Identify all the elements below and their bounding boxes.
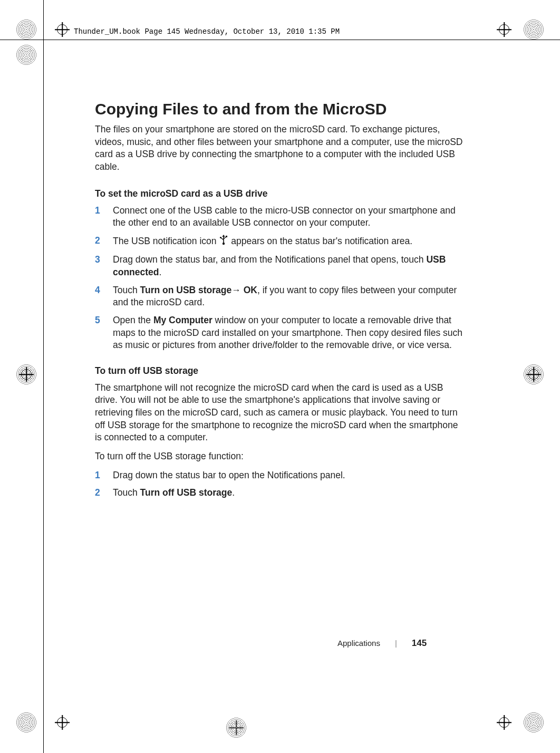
step-item: 1 Connect one of the USB cable to the mi… <box>95 205 464 229</box>
crop-circle-icon <box>523 19 544 40</box>
registration-mark-icon <box>55 715 70 730</box>
section-heading: To set the microSD card as a USB drive <box>95 188 464 199</box>
page-number: 145 <box>412 638 427 649</box>
page-footer: Applications | 145 <box>337 638 427 649</box>
intro-paragraph: The files on your smartphone are stored … <box>95 123 464 173</box>
step-item: 4 Touch Turn on USB storage→ OK, if you … <box>95 284 464 309</box>
crop-circle-icon <box>16 19 37 40</box>
footer-separator: | <box>395 639 397 648</box>
steps-list: 1 Connect one of the USB cable to the mi… <box>95 205 464 352</box>
crop-circle-icon <box>226 717 247 738</box>
crop-circle-icon <box>16 44 37 65</box>
step-text-frag: . <box>232 487 235 498</box>
body-paragraph: The smartphone will not recognize the mi… <box>95 382 464 444</box>
file-header-text: Thunder_UM.book Page 145 Wednesday, Octo… <box>74 27 340 36</box>
step-number: 2 <box>95 487 113 499</box>
step-text: Touch Turn off USB storage. <box>113 487 464 499</box>
step-text: Open the My Computer window on your comp… <box>113 314 464 352</box>
step-text: Drag down the status bar to open the Not… <box>113 469 464 482</box>
step-number: 5 <box>95 314 113 352</box>
step-text: Drag down the status bar, and from the N… <box>113 254 464 278</box>
registration-mark-icon <box>55 22 70 37</box>
step-text: Connect one of the USB cable to the micr… <box>113 205 464 229</box>
step-text-frag: Open the <box>113 315 153 325</box>
step-item: 1 Drag down the status bar to open the N… <box>95 469 464 482</box>
page-title: Copying Files to and from the MicroSD <box>95 100 464 118</box>
crop-rule <box>43 40 44 753</box>
registration-mark-icon <box>497 715 511 730</box>
step-text-frag: → <box>231 285 243 295</box>
step-number: 1 <box>95 205 113 229</box>
step-item: 3 Drag down the status bar, and from the… <box>95 254 464 278</box>
step-text-bold: My Computer <box>153 315 213 325</box>
step-item: 2 The USB notification icon appears on t… <box>95 235 464 249</box>
step-item: 2 Touch Turn off USB storage. <box>95 487 464 499</box>
step-text-frag: . <box>159 267 162 277</box>
registration-mark-icon <box>19 367 34 382</box>
svg-rect-4 <box>226 236 227 237</box>
step-text-frag: Touch <box>113 285 140 295</box>
section-heading: To turn off USB storage <box>95 365 464 376</box>
step-text-frag: The USB notification icon <box>113 236 219 246</box>
registration-mark-icon <box>526 367 541 382</box>
step-text: Touch Turn on USB storage→ OK, if you wa… <box>113 284 464 309</box>
svg-marker-2 <box>223 235 225 237</box>
svg-point-3 <box>220 237 221 238</box>
step-text-bold: Turn off USB storage <box>140 487 233 498</box>
step-text-frag: Touch <box>113 487 140 498</box>
step-number: 4 <box>95 284 113 309</box>
crop-circle-icon <box>16 712 37 733</box>
registration-mark-icon <box>497 22 511 37</box>
crop-rule <box>43 0 44 40</box>
step-number: 3 <box>95 254 113 278</box>
crop-rule <box>0 40 560 40</box>
step-text-frag: Drag down the status bar, and from the N… <box>113 254 426 265</box>
step-text: The USB notification icon appears on the… <box>113 235 464 249</box>
step-text-bold: OK <box>244 285 257 295</box>
page-body: Copying Files to and from the MicroSD Th… <box>95 100 464 513</box>
step-item: 5 Open the My Computer window on your co… <box>95 314 464 352</box>
steps-list: 1 Drag down the status bar to open the N… <box>95 469 464 499</box>
step-number: 1 <box>95 469 113 482</box>
body-paragraph: To turn off the USB storage function: <box>95 450 464 463</box>
step-number: 2 <box>95 235 113 249</box>
footer-section-label: Applications <box>337 639 380 648</box>
crop-circle-icon <box>523 712 544 733</box>
step-text-frag: appears on the status bar's notification… <box>231 236 412 246</box>
usb-icon <box>219 235 228 249</box>
step-text-bold: Turn on USB storage <box>140 285 232 295</box>
